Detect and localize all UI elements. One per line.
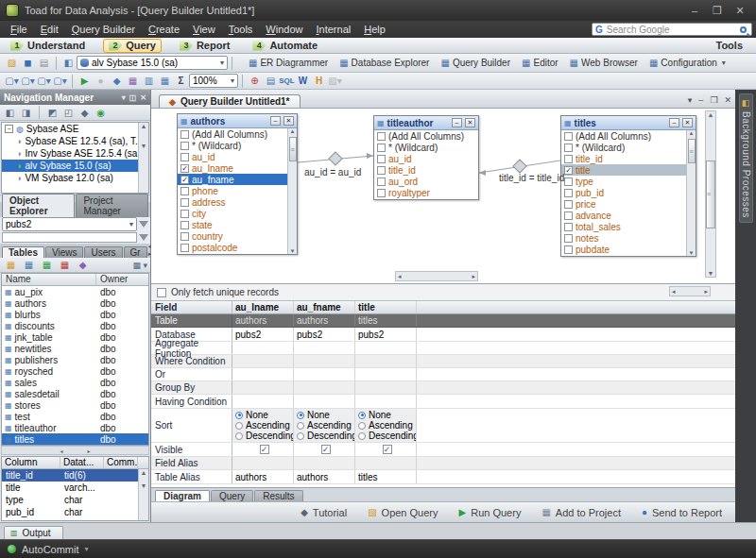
filter-icon[interactable] — [139, 234, 148, 241]
table-row[interactable]: ▦authors dbo — [2, 297, 148, 309]
connect-db-icon[interactable]: ◧ — [3, 106, 17, 120]
new-automation-icon[interactable]: ▢▾ — [52, 74, 68, 88]
column-row[interactable]: au_id — [178, 151, 287, 162]
column-checkbox[interactable] — [180, 176, 189, 184]
sort-none-radio[interactable] — [297, 412, 304, 419]
columns-scrollbar[interactable]: ▲▼ — [138, 469, 148, 520]
column-header-owner[interactable]: Owner — [96, 274, 148, 285]
connection-item[interactable]: ◗ Inv Sybase ASE 12.5.4 (sa... — [2, 147, 148, 160]
column-row[interactable]: * (Wildcard) — [178, 140, 287, 151]
visible-checkbox[interactable]: ✓ — [321, 445, 331, 454]
drop-table-icon[interactable]: ▦ — [57, 258, 73, 272]
table-row[interactable]: ▦au_pix dbo — [2, 286, 148, 297]
autocommit-toggle[interactable]: AutoCommit — [22, 544, 79, 555]
connection-item[interactable]: ◗ alv Sybase 15.0 (sa) — [2, 160, 148, 172]
extra-tools-icon[interactable]: ▧▾ — [327, 74, 343, 88]
diagram-table-titles[interactable]: ▦ titles – ✕ (Add All Columns) * (Wildca… — [560, 115, 696, 257]
column-checkbox[interactable] — [564, 144, 573, 152]
tab-list-icon[interactable]: ▾ — [688, 95, 693, 105]
column-detail-row[interactable]: type char — [2, 494, 148, 506]
window-minimize-icon[interactable]: – — [669, 118, 679, 127]
column-row[interactable]: royaltyper — [374, 187, 478, 198]
criteria-hscrollbar[interactable]: ◂▸ — [669, 286, 711, 296]
table-row[interactable]: ▦titles dbo — [2, 433, 148, 445]
object-filter-input[interactable] — [2, 232, 137, 243]
column-detail-row[interactable]: title varch... — [2, 482, 148, 494]
explorer-panel-tab[interactable]: Project Manager — [76, 194, 148, 217]
column-checkbox[interactable] — [180, 142, 189, 150]
table-row[interactable]: ▦discounts dbo — [2, 320, 148, 331]
column-checkbox[interactable] — [180, 164, 189, 173]
stop-icon[interactable]: ● — [93, 74, 109, 88]
column-checkbox[interactable] — [564, 166, 573, 175]
view-tab[interactable]: Results — [254, 490, 302, 501]
save-icon[interactable]: ◼ — [20, 56, 36, 70]
field-header[interactable]: Field — [151, 301, 232, 313]
menu-item[interactable]: View — [186, 23, 222, 36]
column-checkbox[interactable] — [180, 210, 189, 218]
column-row[interactable]: address — [178, 196, 287, 208]
menu-item[interactable]: Edit — [34, 23, 65, 36]
table-row[interactable]: ▦newtitles dbo — [2, 343, 148, 354]
new-query-icon[interactable]: ▢▾ — [20, 74, 36, 88]
visible-checkbox[interactable]: ✓ — [383, 445, 392, 454]
column-row[interactable]: postalcode — [178, 242, 287, 253]
menu-item[interactable]: Help — [357, 23, 392, 36]
column-row[interactable]: title_id — [374, 164, 478, 176]
column-checkbox[interactable] — [180, 221, 189, 229]
column-checkbox[interactable] — [377, 166, 386, 175]
search-input[interactable]: G Search Google — [592, 23, 752, 36]
column-row[interactable]: title — [561, 164, 686, 176]
column-row[interactable]: type — [561, 176, 686, 187]
column-row[interactable]: total_sales — [561, 221, 686, 232]
column-checkbox[interactable] — [377, 189, 386, 197]
criteria-row[interactable]: Having Condition — [151, 395, 735, 409]
menu-item[interactable]: File — [4, 23, 34, 36]
app-toolbar-button[interactable]: ▦ ER Diagrammer — [244, 57, 333, 69]
sql-export-icon[interactable]: SQL — [279, 74, 295, 88]
new-sql-icon[interactable]: ▢▾ — [4, 74, 20, 88]
column-checkbox[interactable] — [377, 155, 386, 163]
column-detail-row[interactable]: pub_id char — [2, 506, 148, 518]
panel-dropdown-icon[interactable]: ▾ — [122, 93, 126, 102]
diagram-vscrollbar[interactable]: ▲≡▼ — [705, 110, 716, 278]
column-checkbox[interactable] — [564, 132, 573, 141]
column-detail-row[interactable]: title_id tid(6) — [2, 469, 148, 482]
object-type-tab[interactable]: Users — [84, 246, 122, 258]
column-checkbox[interactable] — [564, 200, 573, 209]
column-row[interactable]: country — [178, 230, 287, 242]
criteria-row[interactable]: Group By — [151, 381, 735, 395]
column-checkbox[interactable] — [564, 155, 573, 163]
window-close-icon[interactable]: ✕ — [682, 118, 693, 127]
doc-close-icon[interactable]: ✕ — [724, 95, 731, 105]
criteria-row[interactable]: Where Condition — [151, 355, 735, 368]
menu-item[interactable]: Internal — [310, 23, 358, 36]
app-toolbar-button[interactable]: ▦ Editor — [517, 57, 563, 69]
connection-item[interactable]: ◗ VM Sybase 12.0 (sa) — [2, 172, 148, 184]
word-export-icon[interactable]: W — [295, 74, 311, 88]
column-checkbox[interactable] — [564, 189, 573, 197]
column-header[interactable]: Column — [2, 457, 60, 468]
print-icon[interactable]: ▤ — [36, 56, 52, 70]
table-row[interactable]: ▦stores dbo — [2, 399, 148, 411]
new-report-icon[interactable]: ▢▾ — [36, 74, 52, 88]
window-minimize-icon[interactable]: – — [270, 116, 281, 126]
menu-item[interactable]: Create — [142, 23, 186, 36]
column-row[interactable]: au_fname — [178, 174, 287, 185]
table-window-titlebar[interactable]: ▦ titleauthor – ✕ — [374, 116, 478, 130]
column-checkbox[interactable] — [564, 178, 573, 186]
output-tab[interactable]: ▥ Output — [4, 526, 63, 539]
open-query-button[interactable]: ▨Open Query — [368, 507, 438, 518]
column-checkbox[interactable] — [564, 211, 573, 220]
table-window-titlebar[interactable]: ▦ titles – ✕ — [561, 116, 696, 130]
table-row[interactable]: ▦roysched dbo — [2, 365, 148, 377]
criteria-row[interactable]: Aggregate Function — [151, 342, 735, 355]
column-row[interactable]: phone — [178, 185, 287, 196]
workflow-tab[interactable]: 3 Report — [175, 39, 234, 53]
panel-close-icon[interactable]: ✕ — [140, 93, 146, 102]
workflow-tab[interactable]: 4 Automate — [248, 39, 322, 53]
column-row[interactable]: state — [178, 219, 287, 230]
restore-icon[interactable]: ❒ — [711, 5, 724, 17]
add-icon[interactable]: ⊕ — [247, 74, 263, 88]
column-row[interactable]: title_id — [561, 153, 686, 164]
